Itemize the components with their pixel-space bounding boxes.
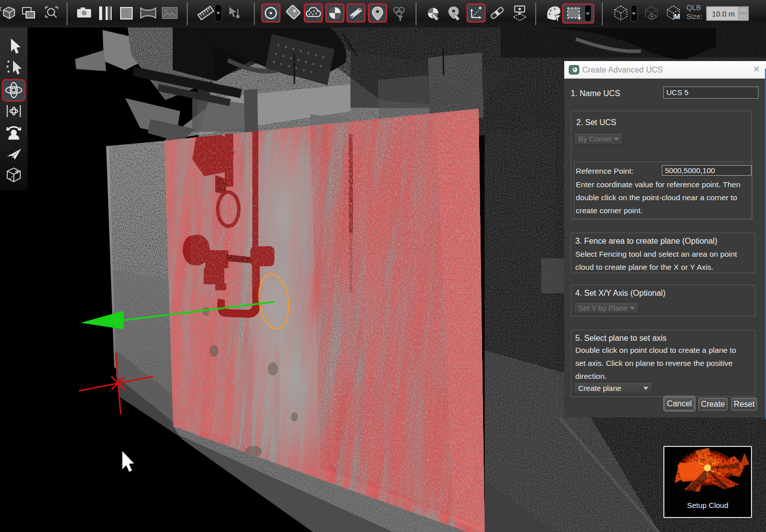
svg-text:M: M: [674, 12, 680, 21]
svg-text:10.0 m: 10.0 m: [712, 10, 735, 18]
svg-text:Size:: Size:: [686, 13, 702, 21]
svg-text:QLB: QLB: [686, 4, 701, 12]
